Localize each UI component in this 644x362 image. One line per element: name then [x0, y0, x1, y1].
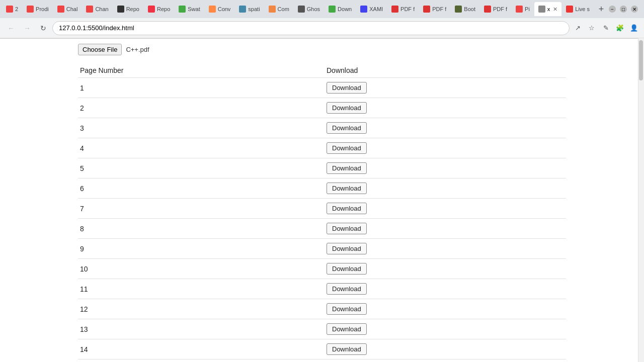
pages-table: Page Number Download 1Download2Download3… — [78, 63, 566, 362]
tab-label: PDF f — [432, 6, 446, 12]
tab-favicon — [484, 6, 491, 13]
download-button-10[interactable]: Download — [327, 263, 367, 275]
profile-icon[interactable]: 👤 — [628, 22, 640, 34]
nav-bar: ← → ↻ ↗ ☆ ✎ 🧩 👤 — [0, 18, 644, 38]
tab-label: Prodi — [36, 6, 49, 12]
tab-favicon — [27, 6, 34, 13]
tab-chal[interactable]: Chal — [53, 2, 82, 16]
tab-favicon — [516, 6, 523, 13]
download-button-12[interactable]: Download — [327, 303, 367, 315]
tab-pdf2[interactable]: PDF f — [419, 2, 450, 16]
tab-favicon — [538, 6, 545, 13]
page-number-cell: 5 — [78, 158, 325, 178]
tab-favicon — [117, 6, 124, 13]
tab-prodi[interactable]: Prodi — [23, 2, 53, 16]
download-cell: Download — [325, 219, 566, 239]
page-number-cell: 11 — [78, 279, 325, 299]
tab-close-icon[interactable]: ✕ — [553, 6, 557, 13]
tab-spati[interactable]: spati — [235, 2, 264, 16]
download-button-5[interactable]: Download — [327, 162, 367, 174]
reload-button[interactable]: ↻ — [36, 21, 50, 35]
tab-conv[interactable]: Conv — [205, 2, 235, 16]
download-button-8[interactable]: Download — [327, 223, 367, 234]
scrollbar-thumb[interactable] — [639, 40, 643, 80]
tab-repo1[interactable]: Repo — [113, 2, 143, 16]
scrollbar[interactable] — [638, 38, 644, 362]
file-name-label: C++.pdf — [126, 46, 149, 53]
cast-icon[interactable]: ↗ — [572, 22, 584, 34]
download-cell: Download — [325, 299, 566, 319]
tab-live[interactable]: Live s — [562, 2, 594, 16]
nav-icons: ↗ ☆ ✎ 🧩 👤 — [572, 22, 640, 34]
tab-chan[interactable]: Chan — [82, 2, 112, 16]
table-row: 9Download — [78, 239, 566, 259]
tab-label: Live s — [575, 6, 590, 12]
table-row: 14Download — [78, 339, 566, 359]
page-number-cell: 7 — [78, 199, 325, 219]
tab-label: Repo — [157, 6, 170, 12]
window-controls: − □ ✕ — [609, 6, 642, 13]
maximize-button[interactable]: □ — [620, 6, 627, 13]
col-download: Download — [325, 63, 566, 78]
forward-button[interactable]: → — [20, 21, 34, 35]
choose-file-button[interactable]: Choose File — [78, 44, 122, 55]
tab-down[interactable]: Down — [325, 2, 356, 16]
table-row: 6Download — [78, 178, 566, 199]
back-button[interactable]: ← — [4, 21, 18, 35]
download-button-4[interactable]: Download — [327, 142, 367, 154]
tab-pi[interactable]: Pi — [512, 2, 534, 16]
bookmark-icon[interactable]: ☆ — [586, 22, 598, 34]
tab-pdf1[interactable]: PDF f — [387, 2, 419, 16]
tab-2[interactable]: 2 — [2, 2, 22, 16]
tab-favicon — [298, 6, 305, 13]
download-button-6[interactable]: Download — [327, 183, 367, 194]
table-row: 4Download — [78, 138, 566, 158]
download-button-2[interactable]: Download — [327, 102, 367, 114]
tab-favicon — [360, 6, 367, 13]
page-number-cell: 14 — [78, 339, 325, 359]
tab-favicon — [86, 6, 93, 13]
tab-favicon — [269, 6, 276, 13]
extension-icon[interactable]: 🧩 — [614, 22, 626, 34]
tab-xami[interactable]: XAMI — [356, 2, 387, 16]
download-cell: Download — [325, 98, 566, 118]
download-cell: Download — [325, 199, 566, 219]
address-bar[interactable] — [52, 21, 570, 35]
edit-icon[interactable]: ✎ — [600, 22, 612, 34]
tab-favicon — [209, 6, 216, 13]
table-row: 8Download — [78, 219, 566, 239]
tab-active[interactable]: x ✕ — [534, 2, 561, 16]
table-row: 15Download — [78, 359, 566, 363]
download-button-13[interactable]: Download — [327, 323, 367, 335]
tab-label: Conv — [218, 6, 231, 12]
tab-favicon — [329, 6, 336, 13]
tab-favicon — [391, 6, 398, 13]
tab-boot[interactable]: Boot — [451, 2, 479, 16]
download-cell: Download — [325, 319, 566, 339]
tab-swat[interactable]: Swat — [175, 2, 204, 16]
page-number-cell: 2 — [78, 98, 325, 118]
download-cell: Download — [325, 359, 566, 363]
close-button[interactable]: ✕ — [631, 6, 638, 13]
table-row: 7Download — [78, 199, 566, 219]
minimize-button[interactable]: − — [609, 6, 616, 13]
download-button-3[interactable]: Download — [327, 122, 367, 134]
tab-label: Pi — [525, 6, 530, 12]
download-cell: Download — [325, 178, 566, 199]
download-button-1[interactable]: Download — [327, 82, 367, 94]
browser-chrome: 2 Prodi Chal Chan Repo Repo Swat Conv — [0, 0, 644, 39]
download-button-14[interactable]: Download — [327, 343, 367, 355]
new-tab-button[interactable]: + — [594, 2, 608, 16]
tab-ghos[interactable]: Ghos — [294, 2, 324, 16]
tab-com[interactable]: Com — [265, 2, 293, 16]
download-cell: Download — [325, 158, 566, 178]
tab-favicon — [57, 6, 64, 13]
tab-repo2[interactable]: Repo — [144, 2, 174, 16]
download-button-9[interactable]: Download — [327, 243, 367, 254]
tab-pdf3[interactable]: PDF f — [480, 2, 511, 16]
download-button-11[interactable]: Download — [327, 283, 367, 295]
download-button-7[interactable]: Download — [327, 203, 367, 214]
page-number-cell: 1 — [78, 78, 325, 98]
download-cell: Download — [325, 239, 566, 259]
tab-label: Chan — [95, 6, 108, 12]
